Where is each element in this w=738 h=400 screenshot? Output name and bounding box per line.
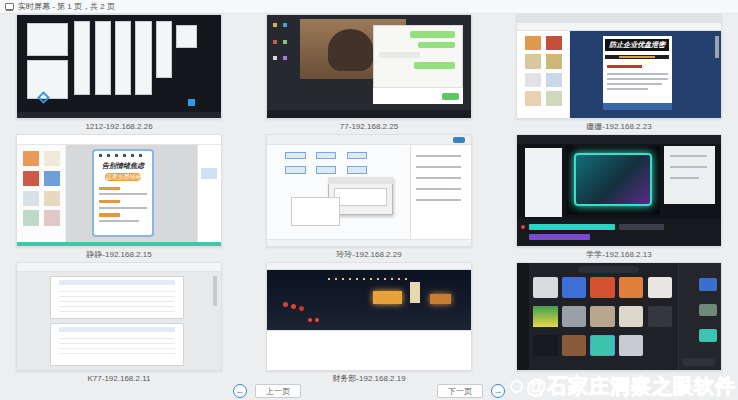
properties-panel (197, 145, 221, 242)
page-thumb (44, 210, 60, 226)
scrollbar[interactable] (213, 276, 217, 306)
mini-taskbar (267, 110, 471, 118)
panel-line (670, 177, 699, 179)
desktop-icon (273, 56, 277, 60)
string-lights (328, 278, 410, 280)
desktop-icon (273, 40, 277, 44)
screen-thumbnail[interactable] (266, 262, 472, 371)
title-bar: 实时屏幕 - 第 1 页，共 2 页 (0, 0, 738, 14)
sheet-rows (59, 287, 176, 312)
flow-node (316, 152, 336, 160)
scrollbar[interactable] (715, 36, 719, 59)
pager: ← 上一页 下一页 → (233, 384, 505, 398)
template-card[interactable] (648, 277, 672, 298)
screen-cell: 学学-192.168.2.13 (516, 134, 722, 262)
status-strip (17, 242, 221, 246)
screen-thumbnail[interactable] (266, 134, 472, 247)
panel-line (670, 166, 707, 168)
template-card[interactable] (533, 306, 557, 327)
send-button (442, 93, 458, 100)
red-heading (607, 65, 642, 68)
next-arrow-button[interactable]: → (491, 384, 505, 398)
search-pill[interactable] (578, 266, 639, 272)
prev-arrow-button[interactable]: ← (233, 384, 247, 398)
doc-thumb (546, 91, 562, 105)
browser-toolbar (517, 23, 721, 31)
preview-thumb (699, 329, 717, 342)
screen-cell: 财务部-192.168.2.19 (266, 262, 472, 386)
page-thumb (23, 151, 39, 167)
template-card[interactable] (619, 306, 643, 327)
screen-thumbnail[interactable]: 告别情绪焦虑 远离负面情绪 (16, 134, 222, 247)
shop-sign (410, 282, 420, 302)
section-header (99, 187, 120, 190)
window-chrome (267, 263, 471, 270)
screen-label: 玲玲-192.168.2.29 (266, 247, 472, 262)
section-header (99, 200, 120, 203)
flow-node (285, 152, 305, 160)
template-card[interactable] (590, 277, 614, 298)
screen-thumbnail[interactable] (16, 262, 222, 371)
screen-thumbnail[interactable] (516, 134, 722, 247)
chat-bubble (410, 31, 455, 37)
template-card[interactable] (562, 335, 586, 356)
template-card[interactable] (590, 306, 614, 327)
panel-line (670, 155, 707, 157)
note-badge: 远离负面情绪 (105, 173, 142, 181)
note-title: 告别情绪焦虑 (94, 161, 151, 171)
timeline-clip (529, 234, 590, 241)
blue-tile (188, 99, 195, 106)
comment-input[interactable] (682, 358, 715, 365)
desktop-icon (283, 40, 287, 44)
list-row (416, 199, 461, 201)
primary-button (453, 137, 465, 143)
screen-cell: 77-192.168.2.25 (266, 14, 472, 134)
next-page-button[interactable]: 下一页 (437, 384, 483, 398)
screen-cell (516, 262, 722, 386)
lantern-lights (283, 302, 288, 307)
sheet-rows (59, 334, 176, 358)
screen-thumbnail[interactable] (516, 262, 722, 371)
prev-page-button[interactable]: 上一页 (255, 384, 301, 398)
neon-frame (574, 153, 652, 206)
flow-node (285, 166, 305, 174)
template-card[interactable] (562, 306, 586, 327)
template-card[interactable] (533, 335, 557, 356)
screen-thumbnail[interactable]: 防止企业优盘泄密 (516, 14, 722, 119)
timeline-clip (529, 224, 615, 231)
editor-toolbar (17, 135, 221, 145)
screen-label (516, 371, 722, 386)
screen-cell: K77-192.168.2.11 (16, 262, 222, 386)
person-silhouette (328, 29, 373, 70)
doc-page: 防止企业优盘泄密 (603, 36, 672, 110)
mini-window (291, 197, 340, 226)
status-bar (267, 239, 471, 246)
mini-window (156, 21, 172, 78)
template-card[interactable] (648, 306, 672, 327)
car-taillights (308, 318, 312, 322)
screen-label: 学学-192.168.2.13 (516, 247, 722, 262)
screen-thumbnail[interactable] (16, 14, 222, 119)
screen-cell: 1212-192.168.2.26 (16, 14, 222, 134)
page-thumb (44, 191, 60, 207)
template-card[interactable] (619, 277, 643, 298)
list-panel (410, 145, 471, 239)
template-card-selected[interactable] (590, 335, 614, 356)
template-card[interactable] (562, 277, 586, 298)
template-card[interactable] (533, 277, 557, 298)
page-thumb (44, 171, 60, 187)
template-card[interactable] (619, 335, 643, 356)
doc-thumb (546, 54, 562, 68)
doc-thumb (525, 54, 541, 68)
gold-bar-inner (619, 56, 655, 58)
screen-cell: 防止企业优盘泄密 姗姗-192.168.2.23 (516, 14, 722, 134)
night-photo (267, 270, 471, 330)
screen-label: 1212-192.168.2.26 (16, 119, 222, 134)
screen-thumbnail[interactable] (266, 14, 472, 119)
doc-thumb (546, 36, 562, 50)
sheet-page (50, 323, 185, 366)
mini-window (27, 23, 68, 56)
chat-bubble (418, 42, 455, 48)
page-thumb (23, 210, 39, 226)
mini-window (135, 21, 151, 95)
